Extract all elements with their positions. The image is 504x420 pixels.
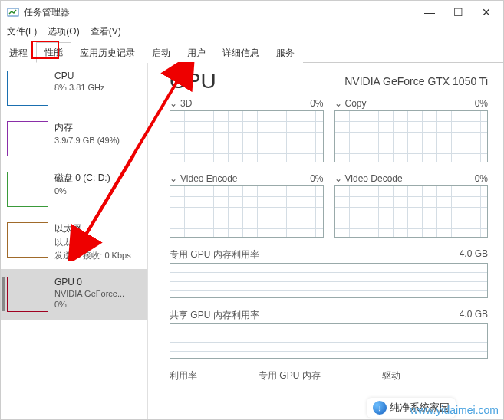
close-button[interactable]: ✕ bbox=[482, 6, 491, 18]
sidebar-item-memory[interactable]: 内存 3.9/7.9 GB (49%) bbox=[1, 113, 147, 164]
sidebar-item-ethernet[interactable]: 以太网 以太网 发送: 0 接收: 0 Kbps bbox=[1, 215, 147, 269]
label-driver: 驱动 bbox=[382, 369, 400, 382]
disk-stats: 0% bbox=[54, 186, 110, 195]
titlebar: 任务管理器 — ☐ ✕ bbox=[1, 1, 503, 24]
chart-3d-pct: 0% bbox=[310, 98, 323, 109]
window-controls: — ☐ ✕ bbox=[424, 6, 497, 18]
chevron-down-icon: ⌄ bbox=[334, 98, 342, 109]
sidebar-item-cpu[interactable]: CPU 8% 3.81 GHz bbox=[1, 63, 147, 113]
chart-venc-label: Video Encode bbox=[180, 173, 238, 184]
gpu-device-name: NVIDIA GeForce GTX 1050 Ti bbox=[344, 69, 488, 87]
chart-3d[interactable]: ⌄3D 0% bbox=[170, 98, 324, 162]
shared-mem-label: 共享 GPU 内存利用率 bbox=[170, 309, 259, 322]
label-utilization: 利用率 bbox=[170, 369, 197, 382]
tab-performance[interactable]: 性能 bbox=[36, 42, 71, 63]
tabs: 进程 性能 应用历史记录 启动 用户 详细信息 服务 bbox=[1, 43, 503, 63]
ethernet-thumb-icon bbox=[7, 222, 48, 258]
tab-startup[interactable]: 启动 bbox=[143, 43, 179, 63]
chevron-down-icon: ⌄ bbox=[170, 98, 177, 109]
main-panel: GPU NVIDIA GeForce GTX 1050 Ti ⌄3D 0% ⌄C… bbox=[148, 63, 503, 420]
memory-title: 内存 bbox=[54, 121, 120, 134]
cpu-title: CPU bbox=[54, 71, 104, 81]
chart-venc-pct: 0% bbox=[310, 173, 323, 184]
memory-thumb-icon bbox=[7, 121, 48, 156]
chevron-down-icon: ⌄ bbox=[334, 173, 342, 184]
gpu-sub: NVIDIA GeForce... bbox=[54, 289, 124, 298]
chart-copy[interactable]: ⌄Copy 0% bbox=[334, 98, 489, 162]
menu-view[interactable]: 查看(V) bbox=[91, 25, 121, 38]
sidebar: CPU 8% 3.81 GHz 内存 3.9/7.9 GB (49%) 磁盘 0… bbox=[1, 63, 148, 420]
download-icon: ↓ bbox=[373, 401, 387, 415]
ethernet-stats: 发送: 0 接收: 0 Kbps bbox=[54, 250, 131, 261]
menu-file[interactable]: 文件(F) bbox=[7, 25, 37, 38]
cpu-stats: 8% 3.81 GHz bbox=[54, 83, 104, 92]
tab-users[interactable]: 用户 bbox=[179, 43, 214, 63]
content: CPU 8% 3.81 GHz 内存 3.9/7.9 GB (49%) 磁盘 0… bbox=[1, 63, 503, 420]
menubar: 文件(F) 选项(O) 查看(V) bbox=[1, 24, 503, 43]
chart-3d-graph bbox=[170, 110, 324, 162]
ethernet-title: 以太网 bbox=[54, 222, 131, 235]
chevron-down-icon: ⌄ bbox=[170, 173, 177, 184]
chart-vdec-label: Video Decode bbox=[345, 173, 403, 184]
chart-copy-pct: 0% bbox=[475, 98, 488, 109]
cpu-thumb-icon bbox=[7, 71, 48, 106]
chart-vdec-graph bbox=[334, 185, 489, 238]
chart-copy-graph bbox=[334, 110, 489, 162]
chart-venc-graph bbox=[170, 185, 324, 238]
label-dedicated-mem: 专用 GPU 内存 bbox=[259, 369, 321, 382]
chart-vdec-pct: 0% bbox=[475, 173, 488, 184]
sidebar-item-gpu[interactable]: GPU 0 NVIDIA GeForce... 0% bbox=[1, 269, 147, 320]
dedicated-mem-label: 专用 GPU 内存利用率 bbox=[170, 248, 259, 261]
bottom-labels: 利用率 专用 GPU 内存 驱动 bbox=[170, 369, 488, 382]
tab-services[interactable]: 服务 bbox=[268, 43, 303, 63]
app-icon bbox=[7, 6, 19, 18]
ethernet-sub: 以太网 bbox=[54, 237, 131, 248]
gpu-title-side: GPU 0 bbox=[54, 277, 124, 287]
menu-options[interactable]: 选项(O) bbox=[48, 25, 79, 38]
page-title: GPU bbox=[170, 69, 216, 94]
tab-processes[interactable]: 进程 bbox=[1, 43, 36, 63]
disk-thumb-icon bbox=[7, 172, 48, 207]
shared-mem-graph bbox=[170, 323, 488, 359]
disk-title: 磁盘 0 (C: D:) bbox=[54, 172, 110, 185]
chart-video-encode[interactable]: ⌄Video Encode 0% bbox=[170, 173, 324, 238]
minimize-button[interactable]: — bbox=[424, 6, 435, 18]
window-title: 任务管理器 bbox=[24, 6, 424, 19]
gpu-stats: 0% bbox=[54, 300, 124, 309]
chart-copy-label: Copy bbox=[345, 98, 367, 109]
sidebar-item-disk[interactable]: 磁盘 0 (C: D:) 0% bbox=[1, 164, 147, 215]
shared-mem-cap: 4.0 GB bbox=[460, 309, 488, 322]
memory-stats: 3.9/7.9 GB (49%) bbox=[54, 136, 120, 145]
chart-video-decode[interactable]: ⌄Video Decode 0% bbox=[334, 173, 489, 238]
dedicated-mem-cap: 4.0 GB bbox=[460, 248, 488, 261]
tab-apphistory[interactable]: 应用历史记录 bbox=[71, 43, 143, 63]
tab-details[interactable]: 详细信息 bbox=[214, 43, 268, 63]
gpu-thumb-icon bbox=[7, 277, 48, 312]
chart-3d-label: 3D bbox=[180, 98, 192, 109]
maximize-button[interactable]: ☐ bbox=[453, 6, 463, 18]
dedicated-mem-graph bbox=[170, 263, 488, 298]
watermark: www.yidaimei.com bbox=[410, 404, 499, 416]
